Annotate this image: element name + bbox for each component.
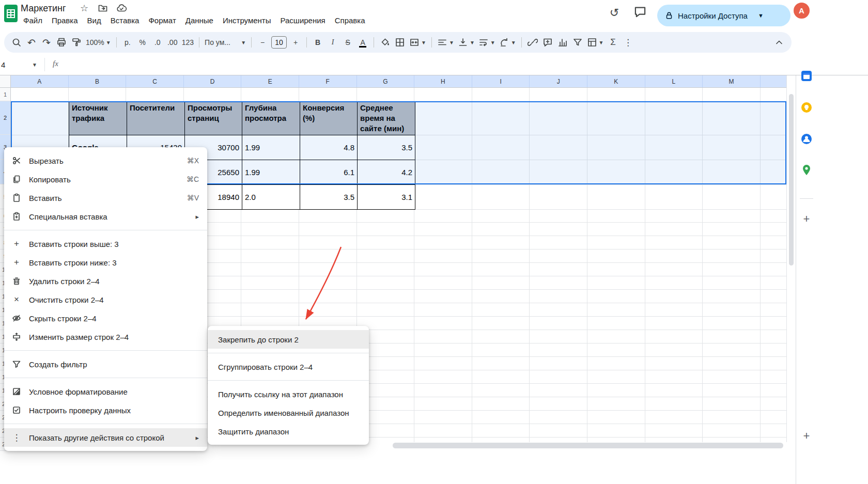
table-cell[interactable]: 3.5 [300, 185, 358, 210]
avatar[interactable]: A [794, 3, 810, 19]
menu-bar-item[interactable]: Данные [181, 14, 218, 26]
menu-bar-item[interactable]: Справка [330, 14, 370, 26]
table-views-button[interactable]: ▼ [585, 35, 606, 50]
percent-format-button[interactable]: % [135, 35, 150, 50]
insert-link-button[interactable] [525, 35, 540, 50]
paint-format-button[interactable] [69, 35, 84, 50]
keep-icon[interactable] [800, 101, 813, 114]
table-cell[interactable]: 2.0 [242, 185, 300, 210]
select-all-corner[interactable] [0, 75, 11, 88]
table-header-cell[interactable]: Источник трафика [69, 102, 127, 135]
menu-item-hide-rows[interactable]: Скрыть строки 2–4 [4, 309, 207, 327]
menu-item-create-filter[interactable]: Создать фильтр [4, 355, 207, 373]
submenu-item-group-rows[interactable]: Сгруппировать строки 2–4 [208, 357, 369, 376]
menu-item-more-row-actions[interactable]: ⋮ Показать другие действия со строкой ▸ [4, 428, 207, 447]
menu-item-delete-rows[interactable]: Удалить строки 2–4 [4, 272, 207, 290]
menu-bar-item[interactable]: Вид [83, 14, 106, 26]
add-addon-button[interactable]: + [800, 213, 813, 225]
submenu-item-freeze-rows[interactable]: Закрепить до строки 2 [208, 330, 369, 349]
menu-item-copy[interactable]: Копировать ⌘C [4, 170, 207, 189]
name-box-dropdown-icon[interactable]: ▼ [32, 62, 37, 68]
menu-item-insert-rows-below[interactable]: + Вставить строки ниже: 3 [4, 253, 207, 272]
maps-icon[interactable] [800, 164, 813, 176]
column-header[interactable]: K [587, 75, 645, 87]
menu-item-paste[interactable]: Вставить ⌘V [4, 189, 207, 207]
vertical-align-button[interactable]: ▼ [456, 35, 476, 50]
menu-bar-item[interactable]: Инструменты [218, 14, 276, 26]
cloud-saved-icon[interactable] [116, 3, 127, 14]
column-header[interactable]: M [703, 75, 761, 87]
column-header[interactable]: I [472, 75, 530, 87]
sheets-logo-icon[interactable] [4, 5, 18, 22]
table-cell[interactable]: 6.1 [300, 160, 358, 185]
number-format-button[interactable]: 123 [180, 35, 195, 50]
decrease-decimal-button[interactable]: .0 [150, 35, 165, 50]
column-header[interactable]: A [11, 75, 69, 87]
table-header-cell[interactable]: Среднее время на сайте (мин) [358, 102, 415, 135]
bold-button[interactable]: B [311, 35, 325, 50]
table-header-cell[interactable]: Глубина просмотра [242, 102, 300, 135]
submenu-item-get-range-link[interactable]: Получить ссылку на этот диапазон [208, 385, 369, 403]
submenu-item-define-named-range[interactable]: Определить именованный диапазон [208, 403, 369, 422]
document-title[interactable]: Маркетинг [21, 3, 66, 14]
horizontal-align-button[interactable]: ▼ [436, 35, 456, 50]
menu-item-conditional-formatting[interactable]: Условное форматирование [4, 382, 207, 401]
text-color-button[interactable]: A [355, 35, 370, 50]
table-header-cell[interactable]: Конверсия (%) [300, 102, 358, 135]
italic-button[interactable]: I [326, 35, 340, 50]
table-cell[interactable]: 3.5 [358, 135, 415, 160]
row-header[interactable]: 2 [0, 101, 10, 135]
toolbar-more-button[interactable]: ⋮ [621, 35, 636, 50]
move-folder-icon[interactable] [97, 3, 109, 14]
menu-item-data-validation[interactable]: Настроить проверку данных [4, 401, 207, 419]
text-wrap-button[interactable]: ▼ [477, 35, 497, 50]
merge-cells-button[interactable]: ▼ [408, 35, 428, 50]
panel-bottom-plus-button[interactable]: + [800, 430, 813, 442]
column-header[interactable]: G [357, 75, 415, 87]
menu-bar-item[interactable]: Правка [47, 14, 83, 26]
insert-chart-button[interactable] [555, 35, 570, 50]
share-dropdown-icon[interactable]: ▼ [758, 12, 764, 19]
menu-item-insert-rows-above[interactable]: + Вставить строки выше: 3 [4, 235, 207, 253]
version-history-icon[interactable]: ↺ [606, 4, 623, 22]
insert-comment-button[interactable] [540, 35, 555, 50]
search-icon[interactable] [9, 35, 24, 50]
column-header[interactable]: H [414, 75, 472, 87]
column-header[interactable]: D [184, 75, 242, 87]
menu-bar-item[interactable]: Файл [19, 14, 47, 26]
strikethrough-button[interactable]: S [340, 35, 355, 50]
calendar-icon[interactable] [800, 70, 813, 82]
increase-font-size-button[interactable]: + [288, 35, 303, 50]
zoom-control[interactable]: 100%▼ [84, 35, 113, 50]
table-cell[interactable]: 1.99 [242, 135, 300, 160]
table-cell[interactable]: 1.99 [242, 160, 300, 185]
menu-bar-item[interactable]: Формат [144, 14, 180, 26]
decrease-font-size-button[interactable]: − [255, 35, 270, 50]
share-button[interactable]: Настройки Доступа ▼ [657, 5, 791, 26]
menu-item-cut[interactable]: Вырезать ⌘X [4, 151, 207, 170]
menu-bar-item[interactable]: Расширения [276, 14, 330, 26]
font-size-input[interactable]: 10 [271, 36, 287, 49]
column-header[interactable]: F [299, 75, 357, 87]
column-header[interactable]: L [645, 75, 703, 87]
menu-bar-item[interactable]: Вставка [106, 14, 144, 26]
row-header[interactable]: 1 [0, 88, 10, 101]
borders-button[interactable] [393, 35, 407, 50]
star-icon[interactable]: ☆ [79, 3, 90, 14]
horizontal-scrollbar-thumb[interactable] [393, 443, 783, 448]
fill-color-button[interactable] [378, 35, 392, 50]
create-filter-button[interactable] [570, 35, 585, 50]
functions-button[interactable]: Σ [606, 35, 621, 50]
text-rotation-button[interactable]: ▼ [498, 35, 518, 50]
column-header[interactable]: E [241, 75, 299, 87]
menu-item-paste-special[interactable]: Специальная вставка ▸ [4, 207, 207, 226]
name-box[interactable]: 4 [1, 54, 5, 75]
menu-item-clear-rows[interactable]: × Очистить строки 2–4 [4, 290, 207, 309]
print-button[interactable] [54, 35, 69, 50]
column-header[interactable]: C [126, 75, 184, 87]
table-cell[interactable]: 4.8 [300, 135, 358, 160]
contacts-icon[interactable] [800, 133, 813, 145]
currency-format-button[interactable]: р. [120, 35, 135, 50]
redo-button[interactable]: ↷ [39, 35, 54, 50]
vertical-scrollbar-thumb[interactable] [789, 94, 794, 266]
